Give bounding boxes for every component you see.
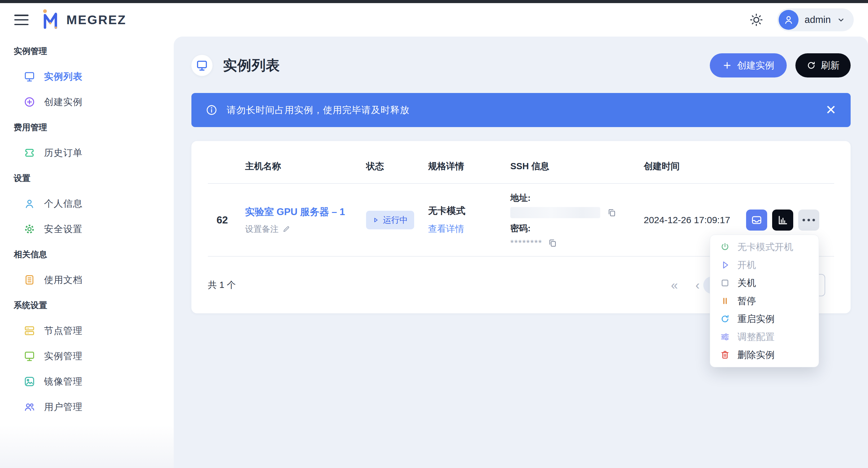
users-icon <box>24 401 35 413</box>
trash-icon <box>720 350 730 360</box>
table-header: 主机名称 状态 规格详情 SSH 信息 创建时间 <box>208 141 834 184</box>
megrez-m-icon <box>41 9 60 31</box>
total-count: 共 1 个 <box>208 279 236 291</box>
restart-icon <box>720 314 730 324</box>
pagination-prev-icon[interactable]: ‹ <box>695 278 700 292</box>
menu-item-resize[interactable]: 调整配置 <box>710 328 819 346</box>
ssh-cell: 地址: 密码: ******** <box>510 192 644 248</box>
col-ssh: SSH 信息 <box>510 160 644 173</box>
sidebar-item-profile[interactable]: 个人信息 <box>0 191 174 216</box>
menu-item-power-on[interactable]: 开机 <box>710 256 819 274</box>
brand-logo: MEGREZ <box>41 9 126 31</box>
brand-name: MEGREZ <box>66 13 126 27</box>
more-actions-button[interactable] <box>798 209 819 231</box>
gear-icon <box>24 223 35 235</box>
menu-item-shutdown[interactable]: 关机 <box>710 274 819 292</box>
copy-password-icon[interactable] <box>548 238 557 248</box>
create-instance-button[interactable]: 创建实例 <box>710 53 787 77</box>
status-badge: 运行中 <box>366 211 414 229</box>
menu-toggle-button[interactable] <box>14 14 29 25</box>
chevron-down-icon <box>837 16 845 24</box>
user-icon <box>24 198 35 209</box>
screen: MEGREZ admin <box>0 0 868 468</box>
ssh-password-masked: ******** <box>510 238 542 248</box>
sidebar-item-order-history[interactable]: 历史订单 <box>0 140 174 166</box>
sidebar-item-security[interactable]: 安全设置 <box>0 216 174 242</box>
sidebar-section-system: 系统设置 <box>0 293 174 318</box>
ellipsis-icon <box>803 219 815 221</box>
sidebar-item-image-mgmt[interactable]: 镜像管理 <box>0 369 174 394</box>
col-hostname: 主机名称 <box>245 160 366 173</box>
instance-id: 62 <box>208 214 245 226</box>
view-spec-link[interactable]: 查看详情 <box>428 223 510 235</box>
ssh-password-label: 密码: <box>510 223 644 234</box>
metrics-chart-button[interactable] <box>772 209 793 231</box>
sidebar-item-instance-mgmt[interactable]: 实例管理 <box>0 343 174 369</box>
spec-mode-label: 无卡模式 <box>428 205 510 217</box>
pause-icon <box>720 296 730 306</box>
info-icon <box>206 104 217 116</box>
row-actions-dropdown: 无卡模式开机 开机 关机 暂停 重启实例 调整配置 <box>710 235 819 367</box>
set-remark-action[interactable]: 设置备注 <box>245 224 366 235</box>
menu-item-pause[interactable]: 暂停 <box>710 292 819 310</box>
hostname-cell: 实验室 GPU 服务器 – 1 设置备注 <box>245 205 366 235</box>
console-tray-button[interactable] <box>746 209 767 231</box>
play-icon <box>720 260 730 270</box>
sidebar-item-create-instance[interactable]: 创建实例 <box>0 89 174 115</box>
pencil-icon <box>282 225 290 233</box>
sidebar-item-node-mgmt[interactable]: 节点管理 <box>0 318 174 343</box>
page-title-badge <box>191 55 213 76</box>
page-header: 实例列表 创建实例 刷新 <box>191 48 850 83</box>
sidebar-section-billing: 费用管理 <box>0 115 174 140</box>
page-title: 实例列表 <box>223 56 280 75</box>
user-menu[interactable]: admin <box>777 8 854 31</box>
sidebar-section-info: 相关信息 <box>0 242 174 267</box>
refresh-icon <box>807 61 816 70</box>
plus-circle-icon <box>24 96 35 108</box>
image-icon <box>24 376 35 388</box>
refresh-button[interactable]: 刷新 <box>796 53 850 77</box>
banner-close-icon[interactable]: ✕ <box>826 103 836 116</box>
spec-cell: 无卡模式 查看详情 <box>428 205 510 235</box>
hostname-link[interactable]: 实验室 GPU 服务器 – 1 <box>245 205 366 219</box>
document-icon <box>24 274 35 286</box>
status-cell: 运行中 <box>366 211 428 229</box>
avatar <box>779 10 799 30</box>
sidebar-item-user-mgmt[interactable]: 用户管理 <box>0 394 174 420</box>
sidebar-section-settings: 设置 <box>0 166 174 191</box>
stop-square-icon <box>720 278 730 288</box>
col-status: 状态 <box>366 160 428 173</box>
ssh-address-redacted <box>510 207 600 218</box>
sliders-icon <box>720 332 730 342</box>
ssh-address-label: 地址: <box>510 192 644 204</box>
monitor-icon <box>24 350 35 362</box>
sidebar: 实例管理 实例列表 创建实例 费用管理 历史订单 设置 个人信息 <box>0 37 174 468</box>
col-spec: 规格详情 <box>428 160 510 173</box>
server-icon <box>24 325 35 337</box>
window-top-strip <box>0 0 868 3</box>
theme-toggle-sun-icon[interactable] <box>749 13 764 27</box>
menu-item-delete[interactable]: 删除实例 <box>710 346 819 364</box>
sidebar-section-instance-mgmt: 实例管理 <box>0 38 174 64</box>
pagination-first-icon[interactable]: « <box>671 278 678 292</box>
col-created: 创建时间 <box>644 160 746 173</box>
username-label: admin <box>805 14 831 25</box>
menu-item-restart[interactable]: 重启实例 <box>710 310 819 328</box>
topbar: MEGREZ admin <box>0 3 868 37</box>
plus-icon <box>722 61 732 70</box>
row-actions <box>746 209 834 231</box>
menu-item-boot-no-gpu[interactable]: 无卡模式开机 <box>710 238 819 256</box>
notice-banner: 请勿长时间占用实例，使用完毕请及时释放 ✕ <box>191 93 850 127</box>
sidebar-item-instance-list[interactable]: 实例列表 <box>0 64 174 89</box>
power-icon <box>720 242 730 252</box>
copy-address-icon[interactable] <box>607 208 616 217</box>
ticket-icon <box>24 147 35 159</box>
monitor-icon <box>24 71 35 82</box>
created-at: 2024-12-26 17:09:17 <box>644 215 746 225</box>
sidebar-item-docs[interactable]: 使用文档 <box>0 267 174 293</box>
banner-text: 请勿长时间占用实例，使用完毕请及时释放 <box>227 104 409 116</box>
